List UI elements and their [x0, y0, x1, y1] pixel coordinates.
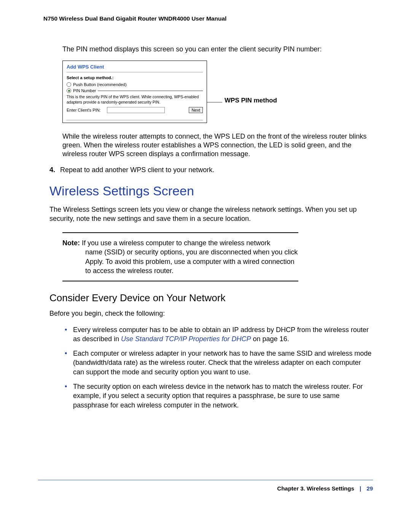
before-you-begin-paragraph: Before you begin, check the following: [49, 309, 373, 318]
page-footer: Chapter 3. Wireless Settings | 29 [277, 485, 373, 492]
list-item: Each computer or wireless adapter in you… [62, 349, 373, 377]
footer-chapter: Chapter 3. Wireless Settings [277, 485, 354, 492]
next-button[interactable]: Next [189, 107, 203, 113]
connector-line [98, 91, 203, 91]
note-box: Note: If you use a wireless computer to … [62, 232, 298, 281]
section-heading-wireless-settings: Wireless Settings Screen [49, 184, 373, 198]
paragraph-after-figure: While the wireless router attempts to co… [62, 132, 373, 159]
client-pin-input[interactable] [107, 107, 165, 113]
divider [67, 120, 203, 120]
list-item: Every wireless computer has to be able t… [62, 325, 373, 344]
radio-pin-label: PIN Number [73, 88, 96, 93]
radio-push-label: Push Button (recommended) [73, 82, 127, 87]
subsection-heading-consider-every-device: Consider Every Device on Your Network [49, 292, 373, 304]
document-header: N750 Wireless Dual Band Gigabit Router W… [43, 15, 373, 22]
bullet-text: Each computer or wireless adapter in you… [73, 350, 371, 376]
figure-callout: WPS PIN method [225, 97, 277, 104]
footer-rule [38, 480, 373, 480]
bullet-list: Every wireless computer has to be able t… [62, 325, 373, 410]
step-text: Repeat to add another WPS client to your… [60, 166, 214, 174]
wps-note-text: This is the security PIN of the WPS clie… [67, 94, 203, 104]
cross-reference-link[interactable]: Use Standard TCP/IP Properties for DHCP [121, 335, 251, 343]
radio-icon [67, 88, 71, 93]
bullet-text: The security option on each wireless dev… [73, 383, 363, 409]
intro-paragraph: The PIN method displays this screen so y… [62, 45, 373, 54]
footer-separator: | [360, 485, 361, 492]
note-text-rest: name (SSID) or security options, you are… [62, 248, 298, 275]
footer-page-number: 29 [366, 485, 373, 492]
callout-connector [207, 102, 222, 102]
wireless-settings-paragraph: The Wireless Settings screen lets you vi… [49, 205, 373, 223]
radio-pin-number[interactable]: PIN Number [67, 88, 203, 93]
note-text-first: If you use a wireless computer to change… [82, 239, 270, 247]
note-label: Note: [62, 239, 80, 247]
select-method-label: Select a setup method.: [67, 75, 203, 80]
step-4: 4. Repeat to add another WPS client to y… [49, 166, 373, 174]
wps-dialog: Add WPS Client Select a setup method.: P… [62, 61, 207, 123]
wps-figure: Add WPS Client Select a setup method.: P… [62, 61, 373, 123]
bullet-text: on page 16. [251, 335, 289, 343]
radio-icon [67, 82, 71, 87]
manual-page: N750 Wireless Dual Band Gigabit Router W… [0, 0, 411, 532]
radio-push-button[interactable]: Push Button (recommended) [67, 82, 203, 87]
step-number: 4. [49, 166, 60, 174]
client-pin-label: Enter Client's PIN: [67, 108, 101, 112]
list-item: The security option on each wireless dev… [62, 382, 373, 410]
wps-dialog-title: Add WPS Client [63, 61, 207, 72]
